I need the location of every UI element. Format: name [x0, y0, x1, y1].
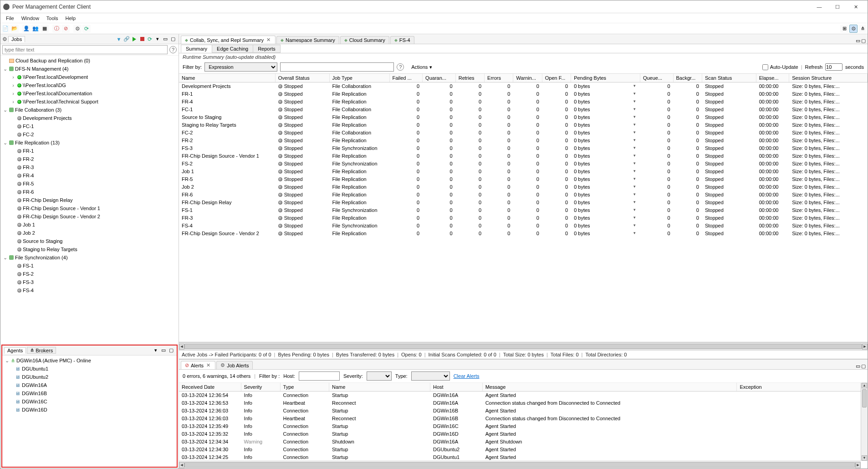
tree-item[interactable]: Staging to Relay Targets — [0, 245, 179, 253]
chevron-down-icon[interactable]: ▾ — [632, 83, 637, 88]
tree-item[interactable]: Development Projects — [0, 114, 179, 122]
help-icon[interactable]: ? — [169, 46, 177, 53]
chevron-down-icon[interactable]: ▾ — [632, 192, 637, 196]
editor-minimize-icon[interactable]: ▭ — [856, 38, 860, 44]
tree-item[interactable]: FR-5 — [0, 180, 179, 188]
brokers-tab[interactable]: ⋔Brokers — [27, 347, 56, 354]
close-button[interactable]: ✕ — [847, 1, 865, 12]
tree-item[interactable]: FR-2 — [0, 155, 179, 163]
table-row[interactable]: FR-5StoppedFile Replication0000000 bytes… — [179, 175, 868, 183]
settings-icon[interactable] — [73, 25, 82, 33]
col-jobtype[interactable]: Job Type — [329, 74, 389, 82]
table-row[interactable]: Staging to Relay TargetsStoppedFile Repl… — [179, 121, 868, 129]
table-row[interactable]: FR-4StoppedFile Replication0000000 bytes… — [179, 98, 868, 106]
table-row[interactable]: Development ProjectsStoppedFile Collabor… — [179, 82, 868, 90]
table-row[interactable]: FC-1StoppedFile Collaboration0000000 byt… — [179, 106, 868, 113]
agent-item[interactable]: 🖥DGWin16C — [2, 397, 177, 406]
table-row[interactable]: FS-3StoppedFile Synchronization0000000 b… — [179, 144, 868, 152]
tree-item[interactable]: FR-Chip Design Relay — [0, 196, 179, 204]
col-pending[interactable]: Pending Bytes — [571, 74, 640, 82]
tree-twisty-icon[interactable]: › — [10, 82, 16, 88]
alerts-minimize-icon[interactable]: ▭ — [856, 363, 860, 369]
alerts-col-host[interactable]: Host — [430, 383, 483, 392]
alerts-hscroll[interactable]: ◄ ► — [179, 461, 861, 469]
clear-alerts-link[interactable]: Clear Alerts — [454, 373, 480, 379]
scroll-left-icon[interactable]: ◄ — [179, 344, 184, 350]
maximize-panel-icon[interactable]: ▢ — [169, 36, 177, 43]
alerts-row[interactable]: 03-13-2024 12:36:03InfoHeartbeatReconnec… — [179, 415, 868, 423]
tree-item[interactable]: FR-4 — [0, 171, 179, 180]
tab-collab-sync-and-repl-summary[interactable]: ◆Collab, Sync, and Repl Summary✕ — [181, 36, 276, 44]
refresh-link[interactable]: Refresh — [805, 64, 822, 70]
tree-twisty-icon[interactable]: › — [10, 99, 16, 104]
tab-namespace-summary[interactable]: ◆Namespace Summary — [276, 36, 339, 44]
tree-item[interactable]: ›\\PeerTest.local\Technical Support — [0, 98, 179, 106]
agents-maximize-icon[interactable]: ▢ — [168, 347, 175, 354]
alerts-tab-alerts[interactable]: ⊘Alerts✕ — [181, 361, 215, 369]
tab-cloud-summary[interactable]: ◆Cloud Summary — [340, 36, 389, 44]
table-row[interactable]: Job 2StoppedFile Replication0000000 byte… — [179, 183, 868, 191]
tree-item[interactable]: Source to Staging — [0, 237, 179, 245]
filter-value-input[interactable] — [280, 62, 394, 72]
col-open[interactable]: Open F... — [542, 74, 571, 82]
chevron-down-icon[interactable]: ▾ — [632, 138, 637, 142]
chevron-down-icon[interactable]: ▾ — [632, 91, 637, 96]
tree-item[interactable]: FS-2 — [0, 270, 179, 278]
col-failed[interactable]: Failed ... — [389, 74, 423, 82]
table-row[interactable]: FS-4StoppedFile Synchronization0000000 b… — [179, 222, 868, 230]
scroll-up-icon[interactable]: ▲ — [862, 383, 867, 388]
subtab-edge-caching[interactable]: Edge Caching — [212, 45, 253, 53]
table-row[interactable]: FR-Chip Design RelayStoppedFile Replicat… — [179, 199, 868, 206]
tree-item[interactable]: FR-6 — [0, 188, 179, 196]
chevron-down-icon[interactable]: ▾ — [632, 169, 637, 173]
tree-item[interactable]: ›\\PeerTest.local\Documentation — [0, 89, 179, 98]
agents-view-menu-icon[interactable]: ▾ — [152, 347, 159, 354]
view-menu-icon[interactable]: ▾ — [154, 36, 161, 43]
grid-hscroll[interactable]: ◄ ► — [179, 342, 868, 350]
users-icon[interactable]: 👥 — [31, 25, 40, 33]
alerts-severity-select[interactable] — [367, 371, 392, 381]
chevron-down-icon[interactable]: ▾ — [632, 223, 637, 227]
chevron-down-icon[interactable]: ▾ — [632, 145, 637, 150]
alerts-row[interactable]: 03-13-2024 12:36:03InfoConnectionStartup… — [179, 407, 868, 415]
chevron-down-icon[interactable]: ▾ — [632, 122, 637, 127]
chevron-down-icon[interactable]: ▾ — [632, 200, 637, 204]
table-row[interactable]: FR-Chip Design Source - Vendor 1StoppedF… — [179, 152, 868, 160]
minimize-panel-icon[interactable]: ▭ — [162, 36, 169, 43]
alerts-col-message[interactable]: Message — [482, 383, 737, 392]
perspective-settings-icon[interactable] — [849, 25, 858, 33]
warning-icon[interactable]: ⊘ — [61, 25, 70, 33]
alerts-col-exception[interactable]: Exception — [737, 383, 868, 392]
minimize-button[interactable]: — — [810, 1, 828, 12]
tree-twisty-icon[interactable]: › — [10, 91, 16, 96]
col-quaran[interactable]: Quaran... — [423, 74, 456, 82]
col-errors[interactable]: Errors — [485, 74, 513, 82]
alerts-tab-job-alerts[interactable]: ⚙Job Alerts — [216, 361, 253, 369]
table-row[interactable]: FS-2StoppedFile Synchronization0000000 b… — [179, 160, 868, 168]
chevron-down-icon[interactable]: ▾ — [632, 176, 637, 181]
stop-button[interactable] — [138, 36, 146, 43]
new-icon[interactable]: 📄 — [1, 25, 10, 33]
table-row[interactable]: FR-1StoppedFile Replication0000000 bytes… — [179, 90, 868, 98]
tree-item[interactable]: ›\\PeerTest.local\Development — [0, 73, 179, 81]
filter-icon[interactable]: ▼ — [115, 36, 123, 43]
alerts-col-type[interactable]: Type — [280, 383, 329, 392]
open-icon[interactable]: 📂 — [10, 25, 19, 33]
auto-update-checkbox[interactable]: Auto-Update — [762, 64, 798, 70]
summary-grid[interactable]: NameOverall StatusJob TypeFailed ...Quar… — [179, 74, 868, 237]
col-queue[interactable]: Queue... — [640, 74, 673, 82]
info-icon[interactable]: ⓘ — [52, 25, 61, 33]
table-row[interactable]: FR-Chip Design Source - Vendor 2StoppedF… — [179, 230, 868, 237]
tree-item[interactable]: Job 1 — [0, 221, 179, 229]
alerts-scroll-right-icon[interactable]: ► — [855, 462, 861, 468]
table-row[interactable]: Job 1StoppedFile Replication0000000 byte… — [179, 168, 868, 175]
table-row[interactable]: FR-6StoppedFile Replication0000000 bytes… — [179, 191, 868, 199]
tree-twisty-icon[interactable]: ⌄ — [2, 107, 8, 113]
alerts-row[interactable]: 03-13-2024 12:35:49InfoConnectionStartup… — [179, 423, 868, 430]
col-name[interactable]: Name — [179, 74, 275, 82]
chevron-down-icon[interactable]: ▾ — [632, 107, 637, 111]
agent-root[interactable]: ⌄⋔DGWin16A (Active PMC) - Online — [2, 356, 177, 365]
col-elapse[interactable]: Elapse... — [756, 74, 789, 82]
alerts-col-name[interactable]: Name — [329, 383, 430, 392]
table-row[interactable]: Source to StagingStoppedFile Replication… — [179, 113, 868, 121]
